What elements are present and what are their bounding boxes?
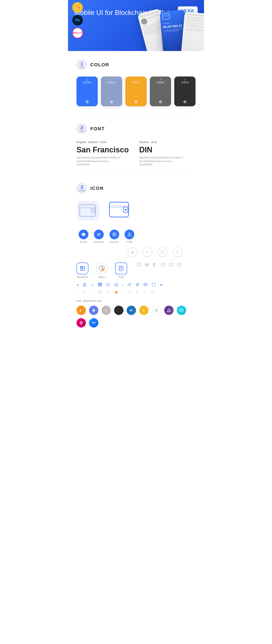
svg-rect-63 [100, 286, 102, 286]
svg-rect-47 [169, 263, 173, 266]
back-icon: ‹ [122, 283, 124, 287]
font-grid: Regular · Medium · Bold San Francisco AB… [76, 140, 196, 166]
svg-point-27 [162, 252, 163, 253]
large-icon-row: Assets Exchange [76, 200, 196, 243]
font-din: Medium · Bold DIN ABCDEFGHIJKLMNOPQRSTUV… [139, 140, 196, 166]
svg-marker-25 [131, 251, 134, 254]
font-san-francisco: Regular · Medium · Bold San Francisco AB… [76, 140, 133, 166]
star-active-icon [114, 290, 118, 295]
color-swatch-gray-blue: #8DA0C8 [101, 76, 122, 106]
svg-point-46 [162, 263, 165, 266]
zcash-icon: Z [139, 306, 148, 315]
icon-section: 3 THREE ICON [68, 174, 204, 336]
qr-ghost-icon [98, 290, 102, 295]
svg-rect-14 [80, 207, 96, 208]
svg-text:Z: Z [143, 308, 145, 312]
svg-line-85 [109, 293, 110, 294]
layers-icon [145, 262, 150, 268]
nav-icons-ghost [128, 248, 196, 257]
order-app-icon: Order [115, 262, 127, 278]
svg-rect-7 [162, 15, 170, 17]
settings-icon [135, 282, 140, 288]
svg-point-113 [82, 323, 83, 324]
screens-badge: 60+Screens [72, 28, 83, 38]
svg-rect-58 [101, 283, 101, 284]
plus-icon: + [76, 283, 79, 288]
utility-icons [137, 262, 182, 268]
svg-marker-66 [114, 283, 118, 286]
svg-point-109 [80, 323, 82, 324]
profile-ghost-icon [173, 248, 182, 257]
icon-section-number: 3 THREE [76, 183, 87, 194]
font-section-number: 2 TWO [76, 124, 87, 134]
assets-nav-icon: Assets [78, 230, 88, 243]
chat-icon [137, 262, 141, 268]
close-icon: ✕ [160, 283, 163, 287]
svg-rect-83 [99, 293, 100, 294]
svg-point-84 [107, 291, 109, 293]
blackcoin-icon [114, 306, 124, 315]
profile-nav-icon: Profile [124, 230, 134, 243]
svg-rect-62 [101, 285, 102, 285]
moon-icon [153, 262, 158, 268]
qr-icon [98, 282, 102, 288]
share-icon [127, 282, 132, 288]
svg-point-16 [93, 210, 94, 211]
svg-point-110 [80, 322, 81, 323]
edit-icon [83, 282, 87, 288]
svg-rect-79 [99, 291, 100, 292]
blockchain-line [76, 301, 82, 301]
svg-point-88 [152, 292, 153, 292]
svg-line-70 [129, 284, 130, 284]
svg-marker-86 [114, 290, 118, 294]
dash-icon: D [127, 306, 136, 315]
svg-rect-56 [99, 283, 100, 284]
bitcoin-icon: ₿ [76, 306, 86, 315]
arrows-ghost-icon [127, 290, 132, 295]
svg-point-67 [130, 283, 131, 284]
svg-point-112 [80, 323, 80, 324]
svg-line-71 [129, 285, 130, 286]
back-ghost-icon: ‹ [122, 290, 124, 295]
info-ghost-icon [150, 290, 155, 295]
exchange-nav-icon: Exchange [94, 230, 104, 243]
check-icon: ✓ [91, 283, 94, 287]
svg-point-24 [128, 233, 130, 235]
svg-point-108 [80, 321, 82, 322]
svg-text:Ł: Ł [105, 309, 107, 312]
svg-point-49 [179, 264, 180, 264]
svg-point-68 [130, 285, 131, 286]
color-section-number: 1 ONE [76, 60, 87, 70]
arrow-right-ghost-icon [142, 290, 146, 295]
polkadot-icon [76, 318, 86, 328]
svg-point-72 [137, 284, 138, 285]
svg-point-111 [82, 322, 83, 323]
iota-icon [152, 306, 161, 315]
font-section: 2 TWO FONT Regular · Medium · Bold San F… [68, 115, 204, 174]
svg-rect-60 [99, 285, 100, 286]
color-swatch-dark: #303030 [174, 76, 196, 106]
ps-badge: Ps [72, 15, 83, 26]
small-icons-row-1: + ✓ [76, 282, 196, 288]
svg-rect-81 [101, 291, 101, 292]
edit-ghost-icon [83, 290, 87, 295]
aragon-icon [177, 306, 186, 315]
ethereum-icon [89, 306, 98, 315]
exchange-ghost-icon [142, 248, 152, 257]
sketch-badge [72, 2, 83, 13]
crypto-icons-row: ₿ Ł D [76, 306, 196, 328]
wallet-icon-colored [108, 200, 132, 221]
svg-rect-61 [100, 285, 101, 286]
svg-point-20 [125, 209, 126, 211]
star-icon [114, 282, 118, 288]
info-icon [177, 262, 182, 268]
svg-point-64 [107, 283, 109, 286]
font-title: FONT [90, 126, 105, 132]
management-app-icon: Mangment [76, 262, 88, 278]
color-swatches: #3574FA #8DA0C8 #F5A623 #666666 #303030 [76, 76, 196, 106]
app-icons-row: Mangment History [76, 262, 196, 278]
hero-badges: Ps 60+Screens [72, 2, 83, 38]
svg-point-45 [145, 263, 149, 264]
search-ghost-icon [106, 290, 110, 295]
hero-section: Mobile UI for Blockchain Wallet UI Kit P… [68, 0, 204, 51]
